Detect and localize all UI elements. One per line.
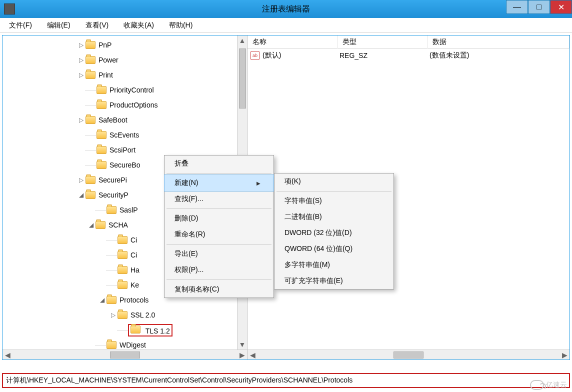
scroll-thumb[interactable] [394,352,424,358]
selected-key-highlight: TLS 1.2 [128,324,172,336]
tree-item-safeboot[interactable]: ▷SafeBoot [2,112,247,128]
scroll-down-icon[interactable]: ▼ [238,340,247,350]
ctx-new-expandable-string[interactable]: 可扩充字符串值(E) [274,273,394,289]
ctx-new-dword[interactable]: DWORD (32 位)值(D) [274,225,394,241]
tree-connector [96,210,106,210]
folder-icon [86,116,96,124]
expander-icon[interactable]: ◢ [78,192,84,198]
tree-item-label: Ci [130,236,137,244]
expander-icon[interactable]: ▷ [78,72,84,78]
menu-favorites[interactable]: 收藏夹(A) [120,19,157,32]
tree-item-print[interactable]: ▷Print [2,68,247,82]
context-submenu-new: 项(K) 字符串值(S) 二进制值(B) DWORD (32 位)值(D) QW… [274,173,394,290]
tree-item-label: Protocols [120,296,148,304]
minimize-button[interactable]: — [506,0,528,14]
tree-item-label: SCHA [108,221,128,229]
tree-item-pnp[interactable]: ▷PnP [2,38,247,52]
ctx-new-string[interactable]: 字符串值(S) [274,193,394,209]
ctx-collapse[interactable]: 折叠 [164,156,274,172]
expander-icon[interactable]: ▷ [110,312,116,318]
column-name[interactable]: 名称 [248,36,338,48]
ctx-new-binary[interactable]: 二进制值(B) [274,209,394,225]
menu-edit[interactable]: 编辑(E) [44,19,74,32]
tree-horizontal-scrollbar[interactable]: ◀ ▶ [2,350,247,360]
close-button[interactable]: ✕ [550,0,572,14]
folder-icon [96,101,106,109]
tree-item-label: SecurityP [98,191,128,199]
expander-icon[interactable]: ◢ [88,222,94,228]
tree-item-label: SSL 2.0 [130,311,155,319]
expander-icon[interactable]: ◢ [98,296,106,304]
tree-item-wdigest[interactable]: WDigest [2,338,247,350]
scroll-left-icon[interactable]: ◀ [248,351,258,359]
tree-item-label: PriorityControl [110,86,154,94]
registry-path: 计算机\HKEY_LOCAL_MACHINE\SYSTEM\CurrentCon… [6,376,352,385]
folder-icon [118,236,128,244]
menu-help[interactable]: 帮助(H) [166,19,196,32]
watermark-logo-icon [530,380,544,390]
ctx-copy-key-name[interactable]: 复制项名称(C) [164,282,274,298]
folder-icon [86,41,96,49]
submenu-arrow-icon: ▶ [256,180,260,186]
expander-icon[interactable]: ▷ [78,56,84,64]
ctx-export[interactable]: 导出(E) [164,246,274,262]
ctx-new-multi-string[interactable]: 多字符串值(M) [274,257,394,273]
tree-connector [86,105,96,106]
window-title: 注册表编辑器 [262,4,310,14]
ctx-delete[interactable]: 删除(D) [164,210,274,226]
scroll-up-icon[interactable]: ▲ [238,36,247,46]
ctx-permissions[interactable]: 权限(P)... [164,262,274,278]
column-data[interactable]: 数据 [428,36,570,48]
tree-item-label: PnP [98,41,112,49]
tree-item-prioritycontrol[interactable]: PriorityControl [2,82,247,98]
tree-connector [86,150,96,150]
tree-item-power[interactable]: ▷Power [2,52,247,68]
tree-item-label: SecurePi [98,176,127,184]
expander-icon[interactable]: ▷ [78,176,84,184]
values-horizontal-scrollbar[interactable]: ◀ ▶ [248,350,570,360]
ctx-new-string-label: 字符串值(S) [284,196,322,206]
folder-icon [86,56,96,64]
expander-icon[interactable]: ▷ [78,116,84,124]
reg-sz-icon: ab [250,51,260,60]
ctx-new[interactable]: 新建(N) ▶ [164,175,274,191]
scroll-right-icon[interactable]: ▶ [560,351,570,359]
tree-item-label: Ke [130,281,139,289]
folder-icon [118,281,128,289]
tree-item-ssl-2-0[interactable]: ▷SSL 2.0 [2,308,247,322]
scroll-thumb[interactable] [239,48,246,108]
tree-item-label: SecureBo [110,161,140,169]
status-bar: 计算机\HKEY_LOCAL_MACHINE\SYSTEM\CurrentCon… [2,373,570,388]
tree-connector [86,90,96,90]
expander-icon[interactable]: ▷ [78,42,84,48]
separator [166,280,272,280]
folder-icon [96,86,106,94]
tree-item-label: ProductOptions [110,101,158,109]
tree-item-productoptions[interactable]: ProductOptions [2,98,247,112]
folder-icon [118,266,128,274]
ctx-find-label: 查找(F)... [174,194,204,204]
ctx-delete-label: 删除(D) [174,214,198,223]
ctx-new-key[interactable]: 项(K) [274,174,394,190]
tree-item-tls-1-2[interactable]: TLS 1.2 [2,322,247,338]
ctx-new-qword[interactable]: QWORD (64 位)值(Q) [274,241,394,257]
scroll-left-icon[interactable]: ◀ [2,351,12,359]
value-type: REG_SZ [340,52,430,60]
ctx-new-label: 新建(N) [174,178,198,188]
column-type[interactable]: 类型 [338,36,428,48]
folder-icon [86,191,96,199]
separator [166,244,272,244]
tree-item-scevents[interactable]: ScEvents [2,128,247,142]
menu-file[interactable]: 文件(F) [6,19,35,32]
ctx-new-multi-string-label: 多字符串值(M) [284,260,330,270]
tree-connector [118,330,128,330]
value-row[interactable]: ab (默认) REG_SZ (数值未设置) [248,48,570,62]
scroll-right-icon[interactable]: ▶ [237,351,247,359]
menu-view[interactable]: 查看(V) [82,19,112,32]
tree-item-label: TLS 1.2 [146,327,170,335]
ctx-rename[interactable]: 重命名(R) [164,226,274,242]
maximize-button[interactable]: □ [528,0,550,14]
ctx-find[interactable]: 查找(F)... [164,191,274,207]
tree-item-label: ScsiPort [110,146,136,154]
scroll-thumb[interactable] [110,352,140,358]
